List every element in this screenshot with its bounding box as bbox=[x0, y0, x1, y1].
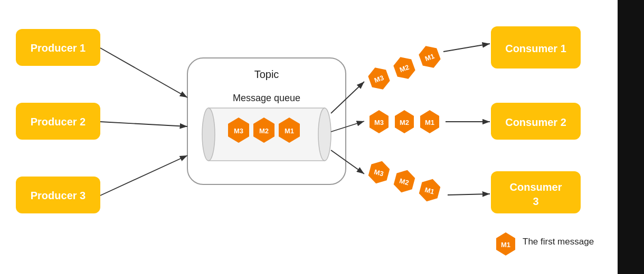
queue-label: Message queue bbox=[233, 93, 300, 103]
consumer-3-label-line1: Consumer bbox=[510, 181, 562, 193]
c2-m2-label: M2 bbox=[400, 119, 409, 126]
legend-m1-label: M1 bbox=[501, 241, 510, 249]
producer-2-label: Producer 2 bbox=[31, 116, 86, 128]
c2-m3-label: M3 bbox=[374, 119, 384, 126]
arrow-topic-c2 bbox=[331, 121, 364, 132]
topic-label: Topic bbox=[254, 68, 279, 80]
producer-3-label: Producer 3 bbox=[31, 190, 86, 201]
queue-m2-label: M2 bbox=[259, 127, 269, 135]
svg-point-4 bbox=[318, 108, 331, 161]
arrow-topic-c3 bbox=[331, 150, 364, 174]
consumer-2-label: Consumer 2 bbox=[505, 116, 566, 128]
producer-1-label: Producer 1 bbox=[31, 42, 86, 54]
arrow-c1-chain bbox=[443, 44, 490, 52]
legend-description: The first message bbox=[523, 237, 594, 247]
queue-m3-label: M3 bbox=[234, 127, 243, 135]
arrow-p2-topic bbox=[100, 122, 187, 126]
arrow-c3-chain bbox=[448, 194, 490, 195]
queue-m1-label: M1 bbox=[285, 127, 294, 135]
svg-rect-1 bbox=[618, 0, 644, 274]
c2-m1-label: M1 bbox=[425, 119, 434, 126]
consumer-3-label-line2: 3 bbox=[533, 195, 538, 207]
consumer-1-label: Consumer 1 bbox=[505, 43, 566, 54]
arrow-p3-topic bbox=[100, 155, 187, 195]
arrow-topic-c1 bbox=[331, 82, 364, 113]
svg-point-3 bbox=[202, 108, 215, 161]
arrow-p1-topic bbox=[100, 48, 187, 97]
